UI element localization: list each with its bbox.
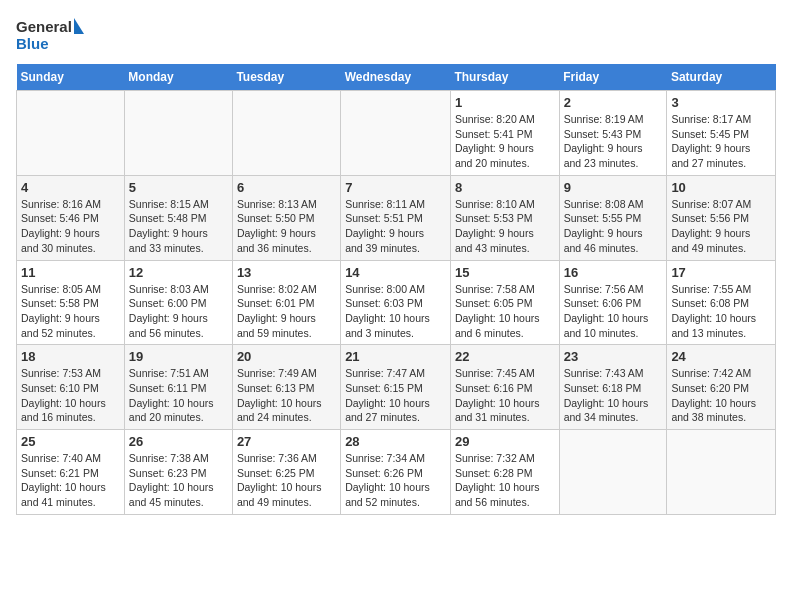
day-number: 18 [21,349,120,364]
calendar-cell: 4Sunrise: 8:16 AM Sunset: 5:46 PM Daylig… [17,175,125,260]
day-info: Sunrise: 8:03 AM Sunset: 6:00 PM Dayligh… [129,282,228,341]
calendar-cell: 16Sunrise: 7:56 AM Sunset: 6:06 PM Dayli… [559,260,667,345]
day-info: Sunrise: 8:15 AM Sunset: 5:48 PM Dayligh… [129,197,228,256]
day-number: 7 [345,180,446,195]
day-number: 28 [345,434,446,449]
day-number: 29 [455,434,555,449]
calendar-cell: 28Sunrise: 7:34 AM Sunset: 6:26 PM Dayli… [341,430,451,515]
week-row-3: 11Sunrise: 8:05 AM Sunset: 5:58 PM Dayli… [17,260,776,345]
day-info: Sunrise: 7:42 AM Sunset: 6:20 PM Dayligh… [671,366,771,425]
day-info: Sunrise: 7:38 AM Sunset: 6:23 PM Dayligh… [129,451,228,510]
calendar-cell: 5Sunrise: 8:15 AM Sunset: 5:48 PM Daylig… [124,175,232,260]
day-number: 20 [237,349,336,364]
weekday-header-row: SundayMondayTuesdayWednesdayThursdayFrid… [17,64,776,91]
day-info: Sunrise: 8:20 AM Sunset: 5:41 PM Dayligh… [455,112,555,171]
day-number: 16 [564,265,663,280]
day-number: 3 [671,95,771,110]
day-number: 5 [129,180,228,195]
calendar-cell: 2Sunrise: 8:19 AM Sunset: 5:43 PM Daylig… [559,91,667,176]
weekday-header-tuesday: Tuesday [232,64,340,91]
svg-text:General: General [16,18,72,35]
calendar-cell: 14Sunrise: 8:00 AM Sunset: 6:03 PM Dayli… [341,260,451,345]
logo-svg: GeneralBlue [16,16,86,56]
day-info: Sunrise: 7:58 AM Sunset: 6:05 PM Dayligh… [455,282,555,341]
page-header: GeneralBlue [16,16,776,56]
day-info: Sunrise: 8:05 AM Sunset: 5:58 PM Dayligh… [21,282,120,341]
day-number: 1 [455,95,555,110]
day-info: Sunrise: 8:11 AM Sunset: 5:51 PM Dayligh… [345,197,446,256]
day-info: Sunrise: 7:49 AM Sunset: 6:13 PM Dayligh… [237,366,336,425]
day-number: 13 [237,265,336,280]
day-info: Sunrise: 7:53 AM Sunset: 6:10 PM Dayligh… [21,366,120,425]
day-number: 4 [21,180,120,195]
day-number: 6 [237,180,336,195]
calendar-cell: 27Sunrise: 7:36 AM Sunset: 6:25 PM Dayli… [232,430,340,515]
day-info: Sunrise: 8:10 AM Sunset: 5:53 PM Dayligh… [455,197,555,256]
calendar-cell: 8Sunrise: 8:10 AM Sunset: 5:53 PM Daylig… [450,175,559,260]
day-info: Sunrise: 7:32 AM Sunset: 6:28 PM Dayligh… [455,451,555,510]
calendar-cell [232,91,340,176]
calendar-cell: 22Sunrise: 7:45 AM Sunset: 6:16 PM Dayli… [450,345,559,430]
calendar-cell [559,430,667,515]
svg-text:Blue: Blue [16,35,49,52]
day-info: Sunrise: 7:36 AM Sunset: 6:25 PM Dayligh… [237,451,336,510]
calendar-table: SundayMondayTuesdayWednesdayThursdayFrid… [16,64,776,515]
day-number: 9 [564,180,663,195]
day-number: 23 [564,349,663,364]
day-info: Sunrise: 8:17 AM Sunset: 5:45 PM Dayligh… [671,112,771,171]
day-info: Sunrise: 7:34 AM Sunset: 6:26 PM Dayligh… [345,451,446,510]
calendar-cell [124,91,232,176]
weekday-header-thursday: Thursday [450,64,559,91]
calendar-cell: 3Sunrise: 8:17 AM Sunset: 5:45 PM Daylig… [667,91,776,176]
day-info: Sunrise: 8:16 AM Sunset: 5:46 PM Dayligh… [21,197,120,256]
calendar-cell [17,91,125,176]
day-info: Sunrise: 8:07 AM Sunset: 5:56 PM Dayligh… [671,197,771,256]
calendar-cell: 11Sunrise: 8:05 AM Sunset: 5:58 PM Dayli… [17,260,125,345]
calendar-cell: 13Sunrise: 8:02 AM Sunset: 6:01 PM Dayli… [232,260,340,345]
week-row-1: 1Sunrise: 8:20 AM Sunset: 5:41 PM Daylig… [17,91,776,176]
day-number: 11 [21,265,120,280]
day-number: 2 [564,95,663,110]
day-number: 27 [237,434,336,449]
svg-marker-2 [74,18,84,34]
day-info: Sunrise: 8:02 AM Sunset: 6:01 PM Dayligh… [237,282,336,341]
calendar-cell: 25Sunrise: 7:40 AM Sunset: 6:21 PM Dayli… [17,430,125,515]
calendar-cell: 19Sunrise: 7:51 AM Sunset: 6:11 PM Dayli… [124,345,232,430]
calendar-cell: 23Sunrise: 7:43 AM Sunset: 6:18 PM Dayli… [559,345,667,430]
day-number: 21 [345,349,446,364]
day-number: 22 [455,349,555,364]
week-row-5: 25Sunrise: 7:40 AM Sunset: 6:21 PM Dayli… [17,430,776,515]
day-info: Sunrise: 7:47 AM Sunset: 6:15 PM Dayligh… [345,366,446,425]
day-number: 10 [671,180,771,195]
day-info: Sunrise: 8:00 AM Sunset: 6:03 PM Dayligh… [345,282,446,341]
calendar-cell [341,91,451,176]
weekday-header-friday: Friday [559,64,667,91]
day-number: 25 [21,434,120,449]
calendar-cell: 24Sunrise: 7:42 AM Sunset: 6:20 PM Dayli… [667,345,776,430]
calendar-cell: 18Sunrise: 7:53 AM Sunset: 6:10 PM Dayli… [17,345,125,430]
day-number: 17 [671,265,771,280]
day-info: Sunrise: 7:55 AM Sunset: 6:08 PM Dayligh… [671,282,771,341]
week-row-4: 18Sunrise: 7:53 AM Sunset: 6:10 PM Dayli… [17,345,776,430]
day-number: 24 [671,349,771,364]
week-row-2: 4Sunrise: 8:16 AM Sunset: 5:46 PM Daylig… [17,175,776,260]
day-number: 12 [129,265,228,280]
day-number: 15 [455,265,555,280]
day-info: Sunrise: 7:51 AM Sunset: 6:11 PM Dayligh… [129,366,228,425]
weekday-header-saturday: Saturday [667,64,776,91]
calendar-cell: 26Sunrise: 7:38 AM Sunset: 6:23 PM Dayli… [124,430,232,515]
calendar-cell: 10Sunrise: 8:07 AM Sunset: 5:56 PM Dayli… [667,175,776,260]
calendar-cell: 7Sunrise: 8:11 AM Sunset: 5:51 PM Daylig… [341,175,451,260]
calendar-cell [667,430,776,515]
calendar-cell: 1Sunrise: 8:20 AM Sunset: 5:41 PM Daylig… [450,91,559,176]
calendar-cell: 20Sunrise: 7:49 AM Sunset: 6:13 PM Dayli… [232,345,340,430]
day-info: Sunrise: 7:56 AM Sunset: 6:06 PM Dayligh… [564,282,663,341]
calendar-cell: 21Sunrise: 7:47 AM Sunset: 6:15 PM Dayli… [341,345,451,430]
day-number: 8 [455,180,555,195]
calendar-cell: 6Sunrise: 8:13 AM Sunset: 5:50 PM Daylig… [232,175,340,260]
day-info: Sunrise: 8:08 AM Sunset: 5:55 PM Dayligh… [564,197,663,256]
day-number: 26 [129,434,228,449]
calendar-cell: 12Sunrise: 8:03 AM Sunset: 6:00 PM Dayli… [124,260,232,345]
day-info: Sunrise: 7:45 AM Sunset: 6:16 PM Dayligh… [455,366,555,425]
calendar-cell: 17Sunrise: 7:55 AM Sunset: 6:08 PM Dayli… [667,260,776,345]
